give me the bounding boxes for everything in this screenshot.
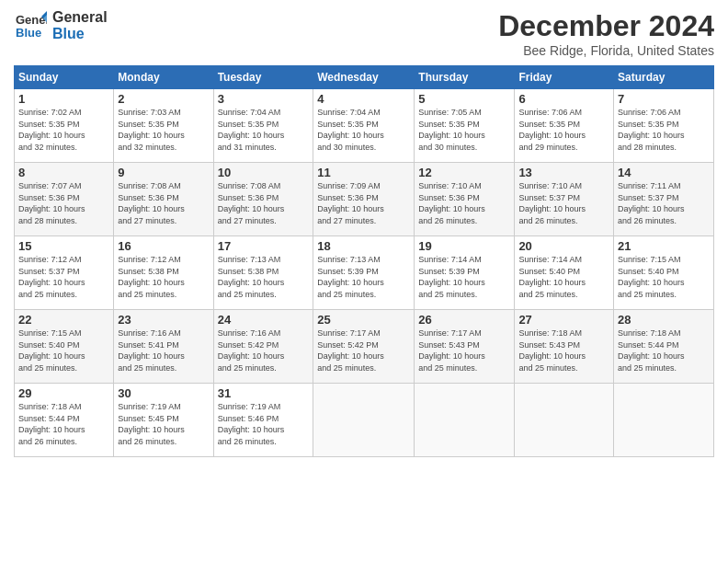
day-info: Sunrise: 7:06 AM Sunset: 5:35 PM Dayligh… xyxy=(618,107,710,153)
day-number: 26 xyxy=(418,313,510,327)
calendar-cell: 13Sunrise: 7:10 AM Sunset: 5:37 PM Dayli… xyxy=(515,163,614,236)
day-info: Sunrise: 7:05 AM Sunset: 5:35 PM Dayligh… xyxy=(418,107,510,153)
svg-text:General: General xyxy=(16,13,47,27)
calendar-cell: 31Sunrise: 7:19 AM Sunset: 5:46 PM Dayli… xyxy=(213,384,313,457)
day-number: 10 xyxy=(218,166,310,179)
calendar-cell: 28Sunrise: 7:18 AM Sunset: 5:44 PM Dayli… xyxy=(614,310,714,384)
day-info: Sunrise: 7:19 AM Sunset: 5:46 PM Dayligh… xyxy=(218,401,310,447)
day-number: 31 xyxy=(218,386,310,400)
calendar-cell: 9Sunrise: 7:08 AM Sunset: 5:36 PM Daylig… xyxy=(114,163,213,236)
day-number: 19 xyxy=(418,239,510,253)
days-header-row: SundayMondayTuesdayWednesdayThursdayFrid… xyxy=(15,66,714,89)
day-number: 4 xyxy=(317,92,410,106)
day-info: Sunrise: 7:17 AM Sunset: 5:43 PM Dayligh… xyxy=(418,327,510,373)
day-number: 5 xyxy=(418,92,510,106)
day-info: Sunrise: 7:18 AM Sunset: 5:44 PM Dayligh… xyxy=(618,327,710,373)
logo-icon: General Blue xyxy=(14,9,47,42)
day-info: Sunrise: 7:07 AM Sunset: 5:36 PM Dayligh… xyxy=(18,180,109,226)
day-info: Sunrise: 7:09 AM Sunset: 5:36 PM Dayligh… xyxy=(317,180,410,226)
calendar-cell: 23Sunrise: 7:16 AM Sunset: 5:41 PM Dayli… xyxy=(114,310,213,384)
day-info: Sunrise: 7:12 AM Sunset: 5:38 PM Dayligh… xyxy=(118,254,209,300)
day-number: 17 xyxy=(218,239,310,253)
day-info: Sunrise: 7:06 AM Sunset: 5:35 PM Dayligh… xyxy=(518,107,609,153)
day-header-sunday: Sunday xyxy=(15,66,114,89)
day-number: 21 xyxy=(618,239,710,253)
day-header-thursday: Thursday xyxy=(415,66,515,89)
day-info: Sunrise: 7:19 AM Sunset: 5:45 PM Dayligh… xyxy=(118,401,209,447)
day-info: Sunrise: 7:18 AM Sunset: 5:43 PM Dayligh… xyxy=(518,327,609,373)
day-header-monday: Monday xyxy=(114,66,213,89)
calendar-title: December 2024 xyxy=(498,9,714,43)
day-number: 28 xyxy=(618,313,710,327)
calendar-cell: 30Sunrise: 7:19 AM Sunset: 5:45 PM Dayli… xyxy=(114,384,213,457)
calendar-cell xyxy=(415,384,515,457)
day-number: 7 xyxy=(618,92,710,106)
day-info: Sunrise: 7:04 AM Sunset: 5:35 PM Dayligh… xyxy=(317,107,410,153)
calendar-cell: 27Sunrise: 7:18 AM Sunset: 5:43 PM Dayli… xyxy=(515,310,614,384)
calendar-cell: 19Sunrise: 7:14 AM Sunset: 5:39 PM Dayli… xyxy=(415,236,515,310)
day-number: 20 xyxy=(518,239,609,253)
calendar-cell xyxy=(313,384,415,457)
day-number: 16 xyxy=(118,239,209,253)
title-section: December 2024 Bee Ridge, Florida, United… xyxy=(498,9,714,58)
calendar-cell: 26Sunrise: 7:17 AM Sunset: 5:43 PM Dayli… xyxy=(415,310,515,384)
day-number: 9 xyxy=(118,166,209,179)
day-number: 13 xyxy=(518,166,609,179)
calendar-cell xyxy=(614,384,714,457)
logo-general: General xyxy=(52,9,108,26)
day-info: Sunrise: 7:13 AM Sunset: 5:38 PM Dayligh… xyxy=(218,254,310,300)
calendar-cell: 16Sunrise: 7:12 AM Sunset: 5:38 PM Dayli… xyxy=(114,236,213,310)
calendar-cell: 22Sunrise: 7:15 AM Sunset: 5:40 PM Dayli… xyxy=(15,310,114,384)
calendar-cell: 3Sunrise: 7:04 AM Sunset: 5:35 PM Daylig… xyxy=(213,89,313,163)
header: General Blue General Blue December 2024 … xyxy=(14,9,714,58)
day-info: Sunrise: 7:08 AM Sunset: 5:36 PM Dayligh… xyxy=(118,180,209,226)
calendar-cell: 14Sunrise: 7:11 AM Sunset: 5:37 PM Dayli… xyxy=(614,163,714,236)
calendar-cell: 21Sunrise: 7:15 AM Sunset: 5:40 PM Dayli… xyxy=(614,236,714,310)
day-info: Sunrise: 7:12 AM Sunset: 5:37 PM Dayligh… xyxy=(18,254,109,300)
day-number: 3 xyxy=(218,92,310,106)
calendar-cell: 12Sunrise: 7:10 AM Sunset: 5:36 PM Dayli… xyxy=(415,163,515,236)
day-info: Sunrise: 7:11 AM Sunset: 5:37 PM Dayligh… xyxy=(618,180,710,226)
calendar-cell: 4Sunrise: 7:04 AM Sunset: 5:35 PM Daylig… xyxy=(313,89,415,163)
week-row-2: 8Sunrise: 7:07 AM Sunset: 5:36 PM Daylig… xyxy=(15,163,714,236)
day-header-tuesday: Tuesday xyxy=(213,66,313,89)
day-number: 30 xyxy=(118,386,209,400)
day-number: 1 xyxy=(18,92,109,106)
day-number: 23 xyxy=(118,313,209,327)
week-row-1: 1Sunrise: 7:02 AM Sunset: 5:35 PM Daylig… xyxy=(15,89,714,163)
day-number: 14 xyxy=(618,166,710,179)
day-info: Sunrise: 7:02 AM Sunset: 5:35 PM Dayligh… xyxy=(18,107,109,153)
day-info: Sunrise: 7:18 AM Sunset: 5:44 PM Dayligh… xyxy=(18,401,109,447)
day-number: 12 xyxy=(418,166,510,179)
day-number: 15 xyxy=(18,239,109,253)
day-info: Sunrise: 7:15 AM Sunset: 5:40 PM Dayligh… xyxy=(618,254,710,300)
week-row-4: 22Sunrise: 7:15 AM Sunset: 5:40 PM Dayli… xyxy=(15,310,714,384)
day-info: Sunrise: 7:03 AM Sunset: 5:35 PM Dayligh… xyxy=(118,107,209,153)
day-info: Sunrise: 7:14 AM Sunset: 5:40 PM Dayligh… xyxy=(518,254,609,300)
day-info: Sunrise: 7:14 AM Sunset: 5:39 PM Dayligh… xyxy=(418,254,510,300)
day-info: Sunrise: 7:04 AM Sunset: 5:35 PM Dayligh… xyxy=(218,107,310,153)
day-number: 11 xyxy=(317,166,410,179)
calendar-table: SundayMondayTuesdayWednesdayThursdayFrid… xyxy=(14,65,714,457)
day-number: 18 xyxy=(317,239,410,253)
day-number: 29 xyxy=(18,386,109,400)
calendar-cell: 5Sunrise: 7:05 AM Sunset: 5:35 PM Daylig… xyxy=(415,89,515,163)
day-header-wednesday: Wednesday xyxy=(313,66,415,89)
calendar-cell: 20Sunrise: 7:14 AM Sunset: 5:40 PM Dayli… xyxy=(515,236,614,310)
day-info: Sunrise: 7:10 AM Sunset: 5:37 PM Dayligh… xyxy=(518,180,609,226)
calendar-cell: 25Sunrise: 7:17 AM Sunset: 5:42 PM Dayli… xyxy=(313,310,415,384)
week-row-5: 29Sunrise: 7:18 AM Sunset: 5:44 PM Dayli… xyxy=(15,384,714,457)
calendar-cell: 7Sunrise: 7:06 AM Sunset: 5:35 PM Daylig… xyxy=(614,89,714,163)
calendar-cell xyxy=(515,384,614,457)
day-info: Sunrise: 7:15 AM Sunset: 5:40 PM Dayligh… xyxy=(18,327,109,373)
week-row-3: 15Sunrise: 7:12 AM Sunset: 5:37 PM Dayli… xyxy=(15,236,714,310)
day-header-saturday: Saturday xyxy=(614,66,714,89)
day-info: Sunrise: 7:17 AM Sunset: 5:42 PM Dayligh… xyxy=(317,327,410,373)
day-number: 6 xyxy=(518,92,609,106)
day-number: 8 xyxy=(18,166,109,179)
calendar-cell: 15Sunrise: 7:12 AM Sunset: 5:37 PM Dayli… xyxy=(15,236,114,310)
day-number: 22 xyxy=(18,313,109,327)
calendar-cell: 18Sunrise: 7:13 AM Sunset: 5:39 PM Dayli… xyxy=(313,236,415,310)
day-info: Sunrise: 7:08 AM Sunset: 5:36 PM Dayligh… xyxy=(218,180,310,226)
day-info: Sunrise: 7:13 AM Sunset: 5:39 PM Dayligh… xyxy=(317,254,410,300)
